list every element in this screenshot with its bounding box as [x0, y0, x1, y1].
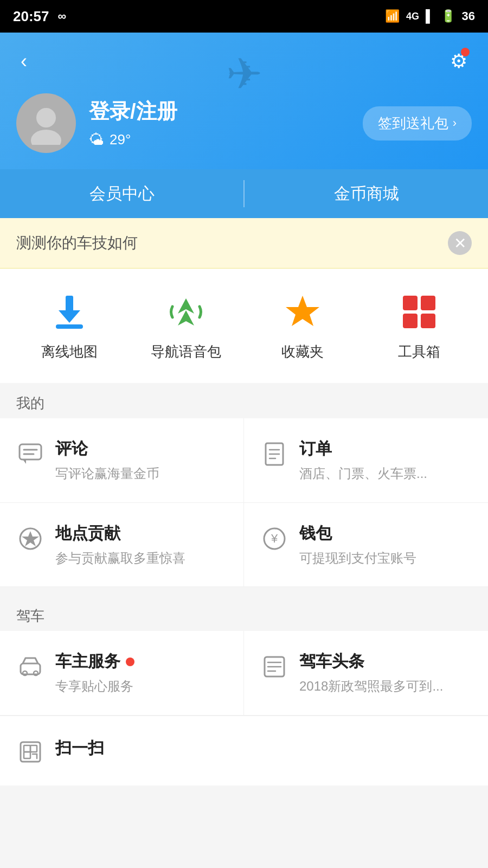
- wallet-icon: ¥: [260, 525, 288, 553]
- menu-item-comment[interactable]: 评论 写评论赢海量金币: [0, 418, 244, 503]
- car-service-title: 车主服务: [55, 650, 227, 673]
- contribution-title: 地点贡献: [55, 522, 227, 545]
- comment-desc: 写评论赢海量金币: [55, 464, 227, 483]
- banner-close-button[interactable]: ✕: [448, 231, 472, 255]
- svg-marker-21: [22, 531, 39, 546]
- svg-rect-12: [20, 444, 41, 459]
- battery-level: 36: [462, 9, 475, 23]
- menu-item-car-service[interactable]: 车主服务 专享贴心服务: [0, 631, 244, 716]
- svg-rect-11: [421, 314, 435, 328]
- checkin-arrow: ›: [453, 116, 457, 130]
- driving-news-icon: [260, 653, 288, 681]
- car-service-icon: [16, 653, 44, 681]
- menu-item-contribution[interactable]: 地点贡献 参与贡献赢取多重惊喜: [0, 503, 244, 588]
- offline-map-label: 离线地图: [41, 342, 98, 361]
- infinity-icon: ∞: [58, 9, 67, 23]
- svg-rect-10: [403, 314, 418, 328]
- toolbox-icon: [397, 290, 441, 334]
- svg-rect-4: [56, 324, 83, 329]
- driving-news-desc: 2018新政驾照最多可到...: [299, 677, 472, 695]
- driving-news-content: 驾车头条 2018新政驾照最多可到...: [299, 650, 472, 695]
- member-bar: 会员中心 金币商城: [0, 169, 488, 218]
- status-bar: 20:57 ∞ 📶 4G ▌ 🔋 36: [0, 0, 488, 33]
- close-icon: ✕: [454, 234, 466, 252]
- avatar-image: [24, 101, 68, 145]
- svg-rect-9: [421, 296, 435, 310]
- settings-notification-dot: [461, 48, 470, 56]
- menu-item-wallet[interactable]: ¥ 钱包 可提现到支付宝账号: [244, 503, 488, 588]
- my-menu-grid: 评论 写评论赢海量金币 订单 酒店、门票、火车票... 地点贡献: [0, 418, 488, 587]
- svg-text:¥: ¥: [271, 532, 278, 545]
- svg-marker-6: [178, 310, 194, 326]
- login-register-text[interactable]: 登录/注册: [89, 98, 350, 125]
- svg-point-0: [36, 108, 56, 127]
- order-content: 订单 酒店、门票、火车票...: [299, 438, 472, 483]
- status-bar-right: 📶 4G ▌ 🔋 36: [385, 9, 475, 23]
- section-my-label: 我的: [16, 395, 44, 411]
- menu-item-order[interactable]: 订单 酒店、门票、火车票...: [244, 418, 488, 503]
- profile-row: 登录/注册 🌤 29° 签到送礼包 ›: [16, 93, 472, 153]
- wallet-content: 钱包 可提现到支付宝账号: [299, 522, 472, 567]
- contribution-desc: 参与贡献赢取多重惊喜: [55, 549, 227, 567]
- svg-rect-34: [24, 752, 30, 758]
- back-button[interactable]: ‹: [16, 46, 31, 77]
- car-service-dot: [126, 658, 134, 666]
- battery-icon: 🔋: [441, 9, 455, 23]
- offline-map-icon: [48, 290, 91, 334]
- car-service-desc: 专享贴心服务: [55, 677, 227, 695]
- svg-point-25: [23, 671, 27, 675]
- temperature: 29°: [110, 131, 131, 148]
- status-time: 20:57: [13, 8, 49, 25]
- toolbox-label: 工具箱: [398, 342, 440, 361]
- svg-rect-8: [403, 296, 418, 310]
- svg-rect-33: [30, 745, 37, 752]
- status-bar-left: 20:57 ∞: [13, 8, 66, 25]
- avatar[interactable]: [16, 93, 76, 153]
- svg-marker-7: [286, 296, 319, 326]
- tool-toolbox[interactable]: 工具箱: [361, 290, 477, 361]
- section-my: 我的: [0, 383, 488, 418]
- member-center-button[interactable]: 会员中心: [0, 169, 243, 218]
- contribution-icon: [16, 525, 44, 553]
- section-driving-label: 驾车: [16, 608, 44, 624]
- svg-rect-32: [24, 745, 30, 752]
- svg-marker-3: [59, 310, 80, 323]
- favorites-icon: [281, 290, 324, 334]
- menu-item-scan[interactable]: 扫一扫: [0, 716, 488, 786]
- order-desc: 酒店、门票、火车票...: [299, 464, 472, 483]
- order-icon: [260, 440, 288, 468]
- scan-icon: [16, 738, 44, 766]
- wallet-title: 钱包: [299, 522, 472, 545]
- member-center-label: 会员中心: [89, 183, 155, 205]
- header-top: ‹ ⚙: [16, 46, 472, 77]
- scan-content: 扫一扫: [55, 737, 472, 764]
- weather-icon: 🌤: [89, 131, 104, 149]
- quick-tools: 离线地图 导航语音包 收藏夹: [0, 269, 488, 383]
- scan-title: 扫一扫: [55, 737, 472, 760]
- weather-row: 🌤 29°: [89, 131, 350, 149]
- section-driving: 驾车: [0, 596, 488, 631]
- comment-content: 评论 写评论赢海量金币: [55, 438, 227, 483]
- wallet-desc: 可提现到支付宝账号: [299, 549, 472, 567]
- comment-icon: [16, 440, 44, 468]
- svg-point-1: [31, 130, 61, 145]
- menu-item-driving-news[interactable]: 驾车头条 2018新政驾照最多可到...: [244, 631, 488, 716]
- car-service-content: 车主服务 专享贴心服务: [55, 650, 227, 695]
- wifi-icon: 📶: [385, 9, 400, 23]
- tool-nav-voice[interactable]: 导航语音包: [127, 290, 244, 361]
- nav-voice-icon: [164, 290, 208, 334]
- contribution-content: 地点贡献 参与贡献赢取多重惊喜: [55, 522, 227, 567]
- banner-text: 测测你的车技如何: [16, 233, 138, 253]
- svg-point-26: [34, 671, 38, 675]
- gold-shop-button[interactable]: 金币商城: [245, 169, 488, 218]
- gold-shop-label: 金币商城: [334, 183, 399, 205]
- checkin-button[interactable]: 签到送礼包 ›: [363, 106, 472, 141]
- signal-bars-icon: ▌: [426, 9, 434, 23]
- nav-voice-label: 导航语音包: [151, 342, 221, 361]
- tool-favorites[interactable]: 收藏夹: [244, 290, 361, 361]
- settings-button[interactable]: ⚙: [446, 46, 472, 77]
- banner[interactable]: 测测你的车技如何 ✕: [0, 218, 488, 269]
- driving-menu-grid: 车主服务 专享贴心服务 驾车头条 2018新政驾照最多可到...: [0, 631, 488, 716]
- tool-offline-map[interactable]: 离线地图: [11, 290, 127, 361]
- checkin-label: 签到送礼包: [378, 114, 448, 133]
